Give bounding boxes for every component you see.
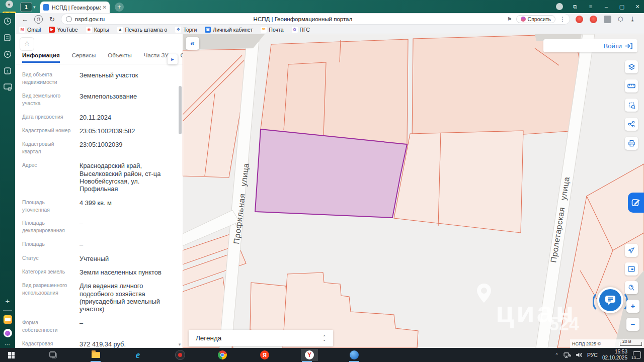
- omnibox[interactable]: nspd.gov.ru НСПД | Геоинформационный пор…: [61, 14, 570, 25]
- selected-parcel[interactable]: [255, 129, 407, 218]
- attribute-label: Вид объекта недвижимости: [22, 71, 71, 86]
- yandex-mail-icon[interactable]: [4, 315, 12, 324]
- back-icon[interactable]: ←: [22, 16, 28, 23]
- task-view-button[interactable]: [47, 349, 59, 361]
- alice-assistant-icon[interactable]: [4, 329, 12, 337]
- favorite-star-button[interactable]: ☆: [20, 37, 34, 51]
- internet-explorer-button[interactable]: e: [132, 349, 144, 361]
- legend-expand-icon[interactable]: ⌃⌄: [323, 336, 326, 341]
- file-explorer-button[interactable]: [90, 349, 102, 361]
- tabs-scroll-right-button[interactable]: ►: [168, 54, 178, 64]
- panel-scrollbar[interactable]: ▾: [177, 65, 182, 348]
- browser-tab[interactable]: НСПД | Геоинформац ✕: [40, 2, 110, 13]
- language-indicator[interactable]: РУС: [587, 352, 598, 358]
- new-tab-button[interactable]: +: [115, 3, 124, 12]
- bookmark-item[interactable]: ▶ YouTube: [49, 27, 77, 33]
- attribute-label: Категория земель: [22, 268, 71, 276]
- bookmark-favicon-icon: ❖: [175, 27, 181, 33]
- bookmark-item[interactable]: ▲ Печать штампа о: [117, 27, 168, 33]
- app-button[interactable]: [174, 349, 186, 361]
- screencast-icon[interactable]: [4, 83, 12, 91]
- site-identity-icon[interactable]: [66, 16, 72, 22]
- bookmark-favicon-icon: ▣: [205, 27, 211, 33]
- attribute-label: Площадь декларированная: [22, 220, 71, 235]
- panel-tab[interactable]: Информация: [22, 52, 60, 63]
- side-panel-handle[interactable]: [628, 193, 644, 213]
- attribute-value: Земельный участок: [71, 71, 174, 86]
- attribute-row: Площадь декларированная –: [22, 220, 174, 235]
- overview-map-button[interactable]: [625, 262, 638, 276]
- mini-map-icon: [628, 266, 635, 272]
- measure-button[interactable]: [625, 79, 638, 93]
- share-button[interactable]: [625, 118, 638, 131]
- extension-icon[interactable]: [576, 16, 583, 23]
- window-close-icon[interactable]: ✕: [634, 4, 641, 10]
- attribute-label: Кадастровая стоимость: [22, 340, 71, 348]
- zoom-in-button[interactable]: +: [626, 300, 639, 313]
- bookmark-item[interactable]: ✉ Почта: [261, 27, 283, 33]
- window-restore-icon[interactable]: ▢: [618, 4, 625, 10]
- ruler-icon: [627, 83, 635, 89]
- bookmark-item[interactable]: ✿ ПГС: [292, 27, 310, 33]
- bookmark-item[interactable]: M Gmail: [19, 27, 41, 33]
- start-button[interactable]: [5, 349, 17, 361]
- video-play-icon[interactable]: [4, 50, 12, 58]
- tab-counter-icon[interactable]: 1: [4, 67, 12, 75]
- rail-add-icon[interactable]: +: [6, 297, 10, 305]
- cadastral-map[interactable]: Профильная улица Пролетарская улица: [183, 34, 644, 348]
- downloads-icon[interactable]: ⭳: [629, 16, 635, 23]
- chrome-avatar-icon[interactable]: [556, 3, 563, 10]
- scrollbar-thumb[interactable]: [179, 86, 182, 134]
- network-icon[interactable]: [564, 352, 571, 358]
- panel-collapse-button[interactable]: «: [186, 37, 199, 50]
- refresh-icon[interactable]: ↻: [49, 16, 55, 23]
- layers-button[interactable]: [625, 60, 638, 73]
- volume-icon[interactable]: [576, 352, 583, 358]
- yandex-app-button[interactable]: Я: [259, 349, 271, 361]
- yandex-home-icon[interactable]: Я: [34, 15, 43, 24]
- locate-me-button[interactable]: [625, 244, 638, 257]
- yandex-browser-button[interactable]: Y: [301, 349, 318, 361]
- extensions-puzzle-icon[interactable]: ⬡: [618, 16, 623, 23]
- tab-title: НСПД | Геоинформац: [52, 5, 101, 11]
- zoom-extent-button[interactable]: [625, 281, 638, 294]
- browser-menu-icon[interactable]: ≡: [587, 4, 594, 10]
- rail-more-icon[interactable]: ⋯: [5, 341, 11, 348]
- window-minimize-icon[interactable]: –: [603, 4, 610, 10]
- bookmark-item[interactable]: ◉ Карты: [86, 27, 109, 33]
- notification-center-button[interactable]: 13: [632, 351, 641, 359]
- history-clock-icon[interactable]: [4, 17, 12, 25]
- bookmark-flag-icon[interactable]: ⚑: [507, 16, 512, 23]
- bookmark-item[interactable]: ❖ Торги: [175, 27, 197, 33]
- map-canvas[interactable]: Профильная улица Пролетарская улица циан…: [183, 34, 644, 348]
- url-text: nspd.gov.ru: [75, 16, 105, 22]
- omnibox-menu-icon[interactable]: ⋮: [559, 16, 566, 23]
- tab-group-button[interactable]: 1: [20, 2, 32, 12]
- extension-icon[interactable]: [604, 16, 611, 23]
- ask-alice-button[interactable]: Спросить: [516, 15, 555, 23]
- zoom-out-button[interactable]: −: [626, 318, 639, 331]
- spatial-search-button[interactable]: [625, 99, 638, 112]
- extension-icon[interactable]: [590, 16, 597, 23]
- rail-divider: [3, 310, 12, 311]
- hidden-icons-chevron[interactable]: ⌃: [555, 352, 559, 358]
- legend-bar[interactable]: Легенда ⌃⌄: [189, 330, 333, 346]
- tab-group-chevron-icon[interactable]: ▾: [33, 5, 36, 10]
- panel-tab[interactable]: Части ЗУ: [144, 52, 169, 61]
- print-button[interactable]: [625, 137, 638, 150]
- chrome-button[interactable]: [216, 349, 228, 361]
- taskbar-clock[interactable]: 15:53 02.10.2025: [602, 349, 627, 361]
- app-sphere-button[interactable]: [348, 349, 360, 361]
- side-panels-icon[interactable]: ⧉: [572, 4, 579, 10]
- attribute-value: Краснодарский край, Выселковский район, …: [71, 162, 174, 193]
- tab-close-icon[interactable]: ✕: [103, 5, 107, 10]
- chat-assistant-button[interactable]: [597, 287, 623, 313]
- scrollbar-down-icon[interactable]: ▾: [177, 342, 182, 347]
- map-login-bar[interactable]: Войти: [543, 39, 637, 52]
- notes-icon[interactable]: [4, 34, 12, 42]
- panel-tab[interactable]: Сервисы: [72, 52, 96, 61]
- attribute-label: Дата присвоения: [22, 114, 71, 121]
- folder-icon: [92, 352, 100, 358]
- panel-tab[interactable]: Объекты: [108, 52, 131, 61]
- bookmark-item[interactable]: ▣ Личный кабинет: [205, 27, 253, 33]
